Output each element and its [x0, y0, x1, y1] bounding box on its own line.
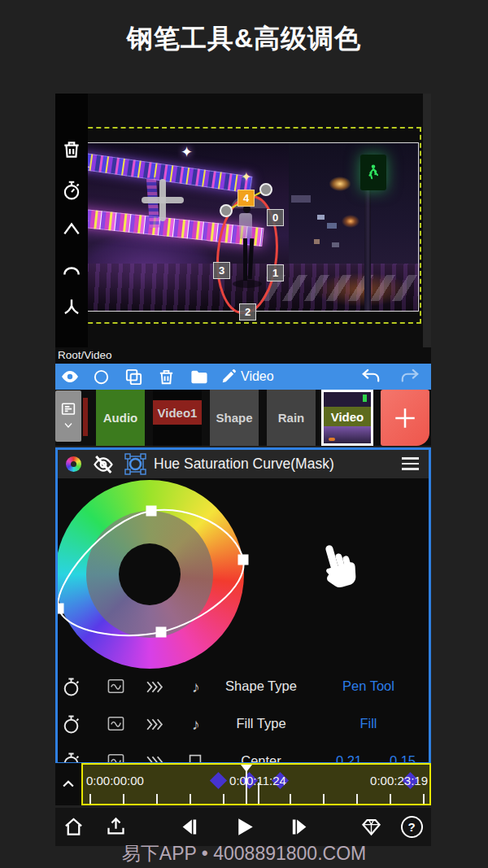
track-audio[interactable]: Audio — [96, 390, 145, 446]
pen-point[interactable]: 2 — [239, 303, 256, 321]
param-label: Shape Type — [211, 678, 312, 694]
expand-keyframes-button[interactable] — [144, 677, 165, 697]
timeline-tick — [323, 794, 325, 804]
app-screen: 钢笔工具&高级调色 ✦ ✦ ✦ ✦ — [0, 0, 488, 868]
rename-button[interactable] — [216, 364, 241, 390]
timecode-start: 0:00:00:00 — [86, 774, 144, 787]
timeline-collapse-button[interactable] — [55, 763, 81, 805]
param-value[interactable]: Pen Tool — [316, 678, 420, 694]
playback-toolbar: ? — [55, 808, 431, 846]
duplicate-button[interactable] — [119, 364, 148, 390]
bezier-handle[interactable] — [220, 204, 233, 217]
stopwatch-toggle[interactable] — [61, 714, 82, 735]
track-video1[interactable]: Video1 — [153, 390, 202, 446]
thumb-green-light — [363, 395, 367, 402]
delete-point-button[interactable] — [58, 134, 85, 165]
export-icon — [105, 816, 127, 838]
mask-button[interactable] — [124, 453, 146, 475]
timeline-tick — [423, 794, 425, 804]
folder-icon — [190, 368, 208, 386]
track-edge — [83, 398, 88, 436]
pen-point[interactable]: 1 — [267, 264, 284, 281]
triple-chevron-icon — [144, 714, 164, 735]
page-title: 钢笔工具&高级调色 — [0, 21, 488, 57]
timeline[interactable]: 0:00:00:00 0:00:11:24 0:00:23:19 — [81, 763, 431, 805]
export-button[interactable] — [98, 808, 133, 846]
pen-point[interactable]: 0 — [267, 209, 284, 226]
asymmetric-point-icon — [61, 296, 82, 317]
track-list: Audio Video1 Shape Rain Video — [55, 390, 431, 446]
param-row-shape-type: ♪ Shape Type Pen Tool — [58, 669, 429, 706]
track-rain[interactable]: Rain — [267, 390, 316, 446]
chevron-down-icon — [61, 421, 76, 431]
pen-tool-strip — [55, 94, 88, 364]
watermark: 易下APP • 4008891800.COM — [0, 841, 488, 866]
layer-selection-box — [68, 142, 419, 312]
home-icon — [63, 816, 85, 838]
thumb-bottom — [324, 426, 371, 443]
timeline-tick — [223, 794, 224, 804]
timecode-current: 0:00:11:24 — [203, 774, 312, 787]
timeline-tick — [156, 794, 158, 804]
hand-cursor-icon — [318, 539, 360, 609]
undo-button[interactable] — [355, 364, 387, 390]
plus-icon — [392, 405, 418, 431]
triple-chevron-icon — [144, 677, 164, 697]
redo-button[interactable] — [394, 364, 426, 390]
effect-panel: Hue Saturation Curve(Mask) — [55, 447, 431, 765]
timeline-tick — [89, 794, 91, 804]
add-track-button[interactable] — [381, 390, 429, 446]
timeline-tick — [356, 794, 358, 804]
playhead-handle[interactable] — [241, 765, 252, 772]
audio-react-button[interactable]: ♪ — [186, 677, 206, 698]
panel-title: Hue Saturation Curve(Mask) — [154, 450, 334, 478]
select-button[interactable] — [86, 364, 115, 390]
asymmetric-point-button[interactable] — [58, 291, 85, 322]
curve-editor-button[interactable] — [107, 714, 126, 733]
eye-icon — [60, 367, 80, 386]
stopwatch-icon — [61, 180, 82, 201]
play-button[interactable] — [226, 808, 262, 846]
help-button[interactable]: ? — [394, 808, 429, 846]
next-frame-button[interactable] — [281, 808, 317, 846]
audio-react-button[interactable]: ♪ — [186, 714, 206, 735]
thumb-top — [324, 392, 371, 407]
visibility-button[interactable] — [55, 364, 85, 390]
corner-point-button[interactable] — [58, 214, 85, 245]
delete-layer-button[interactable] — [151, 364, 181, 390]
pen-point-selected[interactable]: 4 — [237, 190, 255, 207]
pencil-icon — [220, 368, 237, 386]
prev-frame-icon — [178, 816, 200, 838]
layer-name-label: Video — [241, 364, 274, 390]
expand-keyframes-button[interactable] — [144, 714, 165, 735]
timeline-tick — [390, 794, 391, 804]
stopwatch-toggle[interactable] — [61, 677, 82, 697]
folder-button[interactable] — [184, 364, 213, 390]
prev-frame-button[interactable] — [171, 808, 207, 846]
transform-anchor[interactable] — [159, 179, 166, 221]
home-button[interactable] — [55, 808, 91, 846]
track-video-selected[interactable]: Video — [321, 390, 373, 446]
wheel-center-hole — [119, 543, 181, 605]
param-value[interactable]: Fill — [316, 716, 420, 731]
color-wheel-icon — [66, 456, 81, 472]
keyframe-stopwatch-button[interactable] — [58, 175, 85, 206]
pen-point[interactable]: 3 — [213, 262, 230, 279]
panel-menu-button[interactable] — [402, 457, 419, 470]
track-label: Video1 — [158, 406, 198, 420]
hide-effect-button[interactable] — [92, 453, 115, 476]
premium-button[interactable] — [353, 808, 389, 846]
track-shape[interactable]: Shape — [210, 390, 259, 446]
param-label: Fill Type — [211, 716, 312, 731]
next-frame-icon — [289, 816, 311, 838]
play-icon — [233, 815, 256, 839]
timeline-tick — [123, 794, 124, 804]
smooth-point-button[interactable] — [58, 253, 85, 284]
curve-editor-button[interactable] — [107, 677, 126, 696]
bezier-handle[interactable] — [259, 183, 272, 196]
stopwatch-icon — [61, 714, 81, 735]
layer-list-button[interactable] — [55, 390, 81, 442]
param-row-center: Center 0.21 0.15 — [58, 744, 429, 765]
graph-icon — [107, 677, 125, 696]
graph-icon — [107, 714, 125, 733]
